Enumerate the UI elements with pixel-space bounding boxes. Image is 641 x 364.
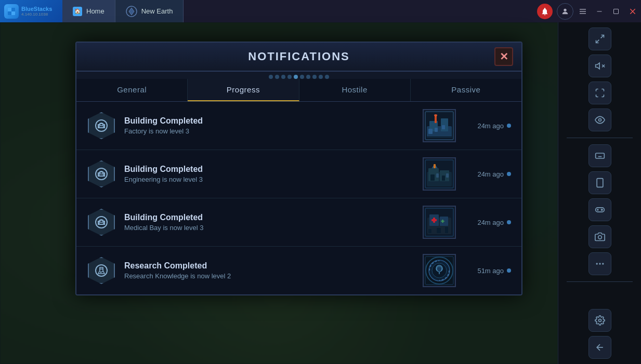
dot-2 [275, 75, 279, 79]
notification-icon-building-3 [87, 208, 116, 237]
dot-6 [300, 75, 304, 79]
tab-passive[interactable]: Passive [411, 79, 521, 101]
fullscreen-sidebar-icon[interactable] [588, 82, 611, 104]
game-tab-label: New Earth [141, 7, 173, 15]
notification-text-3: Building Completed Medical Bay is now le… [124, 213, 414, 232]
notification-title-3: Building Completed [124, 213, 414, 222]
settings-sidebar-icon[interactable] [588, 309, 611, 332]
gamepad-sidebar-icon[interactable] [588, 198, 611, 221]
svg-point-26 [601, 209, 603, 211]
notification-image-3 [423, 206, 456, 239]
svg-point-81 [102, 271, 103, 272]
close-button[interactable] [624, 4, 641, 19]
back-sidebar-icon[interactable] [588, 336, 611, 359]
app-logo: BlueStacks 4.140.10.1038 [0, 0, 62, 22]
sidebar-divider-2 [567, 281, 633, 282]
svg-rect-57 [430, 174, 435, 181]
svg-rect-3 [11, 11, 15, 15]
expand-sidebar-icon[interactable] [588, 28, 611, 50]
time-dot-3 [507, 220, 511, 224]
camera-sidebar-icon[interactable] [588, 225, 611, 248]
app-name: BlueStacks [21, 6, 52, 12]
menu-button[interactable] [574, 4, 591, 19]
notification-title-4: Research Completed [124, 261, 414, 271]
notification-row-3: Building Completed Medical Bay is now le… [76, 198, 521, 247]
time-dot-2 [507, 172, 511, 176]
notification-image-2 [423, 157, 456, 191]
dialog-title: Notifications [248, 50, 349, 63]
notification-time-3: 24m ago [464, 219, 511, 226]
dot-4 [287, 75, 292, 79]
svg-rect-76 [437, 228, 441, 233]
notification-text-4: Research Completed Research Knowledge is… [124, 261, 414, 280]
dialog-close-button[interactable]: ✕ [494, 47, 513, 66]
dialog-tabs: General Progress Hostile Passive [76, 79, 521, 102]
dot-9 [319, 75, 323, 79]
notification-icon-building-1 [87, 111, 116, 140]
tab-game[interactable]: New Earth [115, 0, 184, 22]
notifications-dialog: Notifications ✕ General Progress Hostile… [75, 42, 522, 295]
svg-point-5 [564, 8, 566, 11]
notification-text-2: Building Completed Engineering is now le… [124, 165, 414, 183]
notifications-list: Building Completed Factory is now level … [76, 102, 521, 294]
svg-rect-41 [441, 118, 448, 131]
svg-rect-58 [436, 173, 439, 178]
svg-rect-44 [442, 125, 445, 129]
svg-point-33 [598, 319, 601, 322]
keyboard-sidebar-icon[interactable] [588, 144, 611, 167]
home-tab-label: Home [86, 7, 104, 15]
hex-icon-1 [88, 112, 115, 139]
tab-hostile[interactable]: Hostile [299, 79, 411, 101]
notification-title-2: Building Completed [124, 165, 414, 174]
dialog-dots [76, 72, 521, 79]
account-button[interactable] [557, 3, 573, 20]
svg-line-12 [596, 40, 599, 43]
more-sidebar-icon[interactable] [588, 252, 611, 275]
svg-rect-42 [428, 129, 433, 134]
tab-general[interactable]: General [76, 79, 188, 101]
svg-line-11 [600, 35, 604, 38]
svg-rect-8 [580, 13, 586, 14]
svg-rect-23 [597, 179, 603, 187]
dot-5-active [294, 75, 298, 79]
svg-marker-13 [595, 63, 599, 69]
eye-sidebar-icon[interactable] [588, 109, 611, 131]
game-icon [126, 6, 137, 17]
hex-icon-4 [88, 257, 115, 284]
notification-image-4 [423, 254, 456, 287]
time-dot-1 [507, 124, 511, 128]
dot-8 [312, 75, 317, 79]
svg-point-32 [602, 263, 604, 264]
dot-7 [306, 75, 310, 79]
svg-rect-17 [595, 153, 604, 158]
svg-rect-2 [8, 11, 11, 15]
notification-time-4: 51m ago [464, 267, 511, 275]
time-dot-4 [507, 268, 511, 273]
notification-row: Building Completed Factory is now level … [76, 102, 521, 150]
restore-button[interactable] [608, 4, 624, 19]
svg-point-78 [96, 265, 107, 276]
notification-icon-building-2 [87, 159, 116, 188]
svg-rect-25 [595, 208, 604, 212]
notification-bell[interactable] [537, 4, 553, 19]
notification-time-1: 24m ago [464, 122, 511, 130]
svg-point-80 [100, 272, 102, 273]
phone-sidebar-icon[interactable] [588, 171, 611, 194]
app-logo-text: BlueStacks 4.140.10.1038 [21, 6, 52, 17]
app-version: 4.140.10.1038 [21, 12, 52, 17]
svg-rect-77 [445, 227, 448, 233]
notification-subtitle-4: Research Knowledge is now level 2 [124, 272, 414, 280]
notification-subtitle-1: Factory is now level 3 [124, 127, 414, 135]
svg-rect-59 [442, 176, 445, 181]
notification-time-2: 24m ago [464, 170, 511, 178]
svg-rect-73 [441, 221, 444, 222]
tab-progress[interactable]: Progress [188, 79, 299, 101]
svg-point-30 [596, 263, 597, 264]
notification-subtitle-2: Engineering is now level 3 [124, 176, 414, 183]
volume-sidebar-icon[interactable] [588, 55, 611, 77]
svg-point-31 [599, 263, 600, 264]
titlebar: BlueStacks 4.140.10.1038 🏠 Home New Eart… [0, 0, 641, 22]
tab-home[interactable]: 🏠 Home [62, 0, 115, 22]
notification-image-1 [423, 109, 456, 142]
minimize-button[interactable] [591, 4, 608, 19]
